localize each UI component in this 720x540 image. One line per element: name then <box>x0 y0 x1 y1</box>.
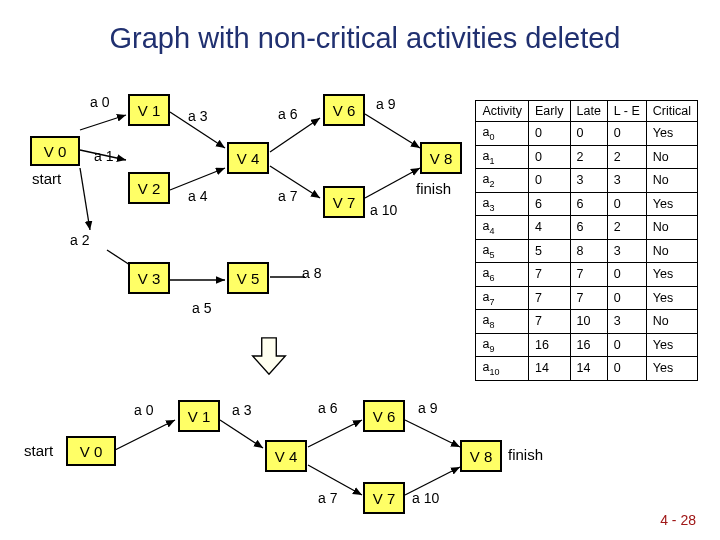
svg-line-11 <box>365 168 420 198</box>
activity-table: ActivityEarlyLateL - ECritical a0000Yesa… <box>475 100 698 381</box>
g1-edge-a8: a 8 <box>302 265 321 281</box>
page-title: Graph with non-critical activities delet… <box>50 22 680 55</box>
g1-edge-a3: a 3 <box>188 108 207 124</box>
g1-start-label: start <box>32 170 61 187</box>
g2-node-v6: V 6 <box>363 400 405 432</box>
table-header: Activity <box>476 101 529 122</box>
g2-node-v7: V 7 <box>363 482 405 514</box>
g2-finish-label: finish <box>508 446 543 463</box>
g1-node-v5: V 5 <box>227 262 269 294</box>
g1-edge-a4: a 4 <box>188 188 207 204</box>
g2-node-v8: V 8 <box>460 440 502 472</box>
g1-node-v2: V 2 <box>128 172 170 204</box>
g1-node-v3: V 3 <box>128 262 170 294</box>
g1-edge-a1: a 1 <box>94 148 113 164</box>
g1-edge-a2: a 2 <box>70 232 89 248</box>
g1-edge-a0: a 0 <box>90 94 109 110</box>
down-arrow-icon <box>250 336 288 376</box>
table-header: Late <box>570 101 607 122</box>
g1-node-v4: V 4 <box>227 142 269 174</box>
g2-node-v0: V 0 <box>66 436 116 466</box>
g2-start-label: start <box>24 442 53 459</box>
svg-line-2 <box>80 168 90 230</box>
g2-edge-a10: a 10 <box>412 490 439 506</box>
g2-node-v1: V 1 <box>178 400 220 432</box>
table-header: Early <box>529 101 570 122</box>
g2-edge-a0: a 0 <box>134 402 153 418</box>
svg-line-10 <box>365 114 420 148</box>
svg-line-14 <box>308 420 362 447</box>
table-row: a1014140Yes <box>476 357 698 381</box>
table-header: Critical <box>646 101 697 122</box>
table-row: a5583No <box>476 239 698 263</box>
g1-node-v6: V 6 <box>323 94 365 126</box>
g1-node-v7: V 7 <box>323 186 365 218</box>
table-row: a3660Yes <box>476 192 698 216</box>
table-header: L - E <box>607 101 646 122</box>
g1-finish-label: finish <box>416 180 451 197</box>
table-row: a6770Yes <box>476 263 698 287</box>
g1-node-v1: V 1 <box>128 94 170 126</box>
g2-edge-a6: a 6 <box>318 400 337 416</box>
svg-line-5 <box>107 250 130 265</box>
g2-node-v4: V 4 <box>265 440 307 472</box>
g1-node-v0: V 0 <box>30 136 80 166</box>
table-row: a4462No <box>476 216 698 240</box>
slide-number: 4 - 28 <box>660 512 696 528</box>
g2-edge-a9: a 9 <box>418 400 437 416</box>
table-row: a1022No <box>476 145 698 169</box>
g1-edge-a10: a 10 <box>370 202 397 218</box>
table-row: a7770Yes <box>476 286 698 310</box>
table-row: a2033No <box>476 169 698 193</box>
svg-line-4 <box>170 168 225 190</box>
g1-node-v8: V 8 <box>420 142 462 174</box>
svg-line-7 <box>270 118 320 152</box>
g1-edge-a6: a 6 <box>278 106 297 122</box>
svg-line-13 <box>220 420 263 448</box>
g2-edge-a7: a 7 <box>318 490 337 506</box>
table-row: a0000Yes <box>476 122 698 146</box>
svg-line-12 <box>115 420 175 450</box>
table-row: a87103No <box>476 310 698 334</box>
g2-edge-a3: a 3 <box>232 402 251 418</box>
g1-edge-a7: a 7 <box>278 188 297 204</box>
g1-edge-a9: a 9 <box>376 96 395 112</box>
table-row: a916160Yes <box>476 333 698 357</box>
svg-line-0 <box>80 115 126 130</box>
svg-line-16 <box>405 420 460 447</box>
g1-edge-a5: a 5 <box>192 300 211 316</box>
